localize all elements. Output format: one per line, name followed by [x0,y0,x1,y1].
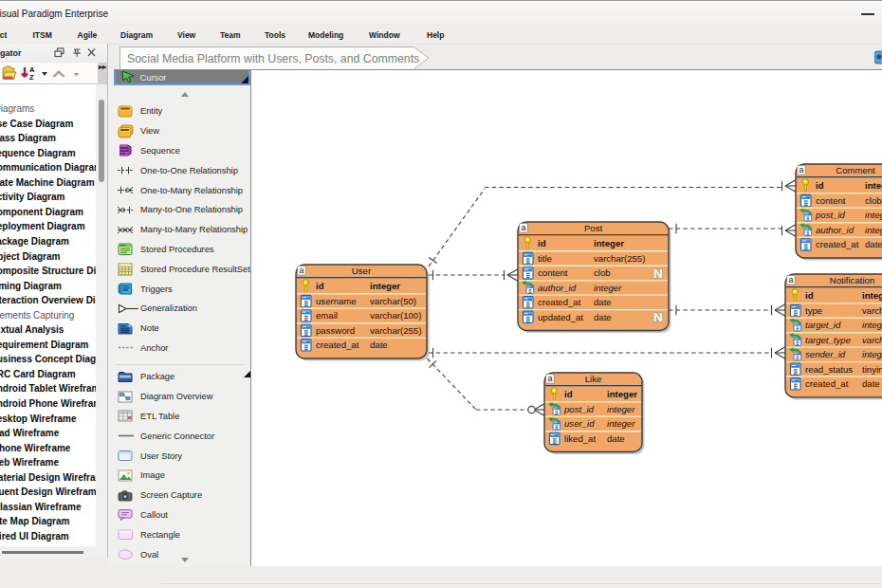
svg-text:type: type [805,305,822,316]
svg-text:varchar(50): varchar(50) [862,335,882,345]
svg-text:integer: integer [594,238,624,248]
svg-text:tinyint: tinyint [862,364,882,375]
svg-text:author_id: author_id [538,283,577,293]
svg-text:user_id: user_id [564,418,595,429]
svg-text:integer: integer [607,418,635,429]
svg-text:varchar(50): varchar(50) [370,296,416,306]
svg-text:clob: clob [865,195,882,206]
svg-text:Like: Like [585,374,602,384]
svg-text:created_at: created_at [805,378,849,389]
svg-text:read_status: read_status [805,364,853,375]
svg-text:liked_at: liked_at [564,433,596,444]
svg-text:integer: integer [607,404,635,414]
svg-text:target_type: target_type [805,335,851,345]
svg-text:integer: integer [594,283,622,293]
svg-text:post_id: post_id [815,210,846,220]
svg-text:target_id: target_id [805,320,841,330]
svg-text:integer: integer [865,210,882,220]
svg-text:password: password [316,325,355,336]
svg-text:integer: integer [865,225,882,235]
svg-text:Social Media Platform with Use: Social Media Platform with Users, Posts,… [127,52,419,65]
svg-text:id: id [564,389,573,399]
svg-text:integer: integer [865,180,882,191]
svg-text:content: content [816,195,846,206]
svg-text:a: a [788,275,793,285]
svg-text:User: User [352,266,372,276]
svg-text:created_at: created_at [316,340,359,350]
svg-text:id: id [316,281,324,291]
svg-text:N: N [653,310,663,324]
svg-text:updated_at: updated_at [538,312,583,322]
svg-text:created_at: created_at [816,239,859,249]
svg-text:varchar(50): varchar(50) [862,305,882,316]
svg-text:date: date [865,239,882,249]
svg-text:integer: integer [607,389,637,399]
svg-text:date: date [862,378,880,389]
svg-text:id: id [816,180,824,191]
svg-text:id: id [538,238,546,248]
svg-text:varchar(255): varchar(255) [370,325,421,336]
svg-text:date: date [594,312,612,322]
svg-text:integer: integer [862,349,882,359]
svg-text:username: username [316,296,357,306]
svg-text:title: title [538,253,552,264]
svg-text:a: a [521,223,525,232]
svg-text:date: date [370,340,388,350]
svg-text:sender_id: sender_id [805,349,846,359]
svg-text:integer: integer [862,320,882,330]
svg-text:content: content [538,267,568,278]
svg-text:Z: Z [29,73,34,82]
svg-text:varchar(255): varchar(255) [594,253,645,264]
svg-text:Notification: Notification [830,275,874,285]
svg-text:Comment: Comment [836,165,875,175]
svg-text:date: date [607,433,625,444]
svg-text:integer: integer [862,290,882,301]
svg-text:clob: clob [594,267,611,278]
svg-text:a: a [547,374,552,383]
svg-text:date: date [594,297,612,307]
svg-text:integer: integer [370,281,400,291]
svg-text:Post: Post [584,223,603,233]
svg-text:id: id [805,290,814,301]
svg-text:N: N [653,266,663,281]
svg-text:a: a [299,266,303,275]
svg-text:created_at: created_at [538,297,581,307]
svg-text:a: a [799,165,803,175]
svg-text:author_id: author_id [816,225,854,235]
svg-text:email: email [316,310,338,321]
svg-text:post_id: post_id [563,404,595,414]
svg-text:varchar(100): varchar(100) [370,310,421,321]
